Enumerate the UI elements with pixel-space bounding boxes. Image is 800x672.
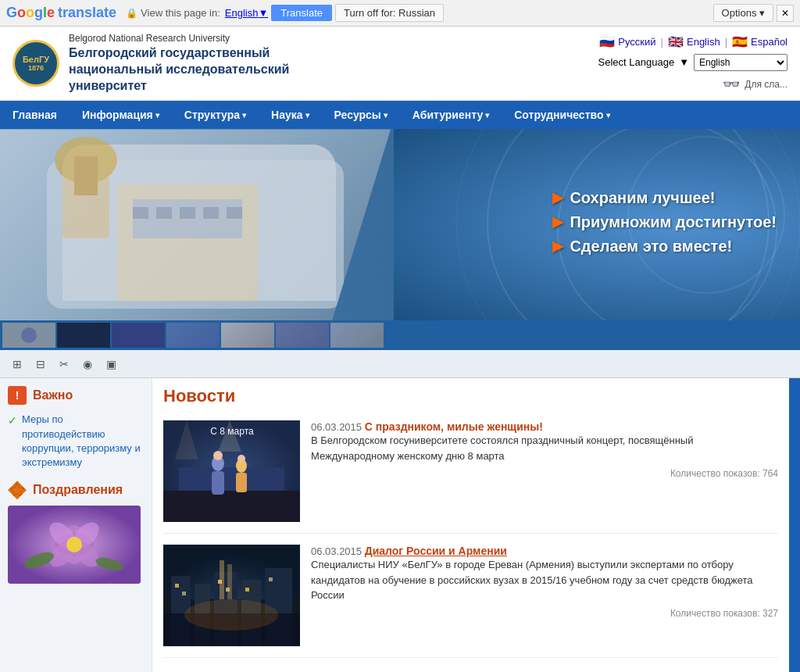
nav-item-applicants[interactable]: Абитуриенту ▾: [400, 101, 502, 129]
tool-bar: ⊞ ⊟ ✂ ◉ ▣: [0, 350, 800, 378]
svg-point-16: [21, 327, 37, 343]
nav-item-home[interactable]: Главная: [0, 101, 70, 129]
hero-line-2: ▶ Приумножим достигнутое!: [552, 213, 777, 231]
svg-point-38: [238, 455, 245, 463]
nav-item-science[interactable]: Наука ▾: [259, 101, 321, 129]
thumb-7[interactable]: [330, 323, 384, 348]
news-headline-link-2[interactable]: Диалог России и Армении: [365, 545, 507, 557]
university-header: БелГУ 1876 Belgorod National Research Un…: [0, 27, 800, 101]
hero-arrow-3: ▶: [552, 238, 563, 255]
thumb-2[interactable]: [57, 323, 110, 348]
news-content-2: 06.03.2015 Диалог России и Армении Диало…: [311, 545, 778, 646]
google-translate-logo: Google translate: [6, 5, 116, 21]
chevron-right-icon-3: ▾: [305, 111, 309, 120]
hero-text-block: ▶ Сохраним лучшее! ▶ Приумножим достигну…: [552, 188, 777, 261]
lock-icon: 🔒: [126, 8, 138, 19]
svg-rect-18: [112, 323, 165, 348]
chevron-right-icon-4: ▾: [384, 111, 388, 120]
news-image-1: С 8 марта: [163, 420, 300, 522]
thumb-3[interactable]: [112, 323, 165, 348]
glasses-icon: 👓: [723, 76, 740, 93]
building-svg: [0, 129, 383, 320]
nav-item-structure[interactable]: Структура ▾: [172, 101, 259, 129]
chevron-right-icon-6: ▾: [606, 111, 610, 120]
hero-line-1: ▶ Сохраним лучшее!: [552, 188, 777, 206]
russian-lang-link[interactable]: Русский: [618, 36, 655, 48]
spanish-flag-icon: 🇪🇸: [732, 34, 748, 49]
news-date-1: 06.03.2015 С праздником, милые женщины!: [311, 420, 778, 433]
news-views-1: Количество показов: 764: [311, 468, 778, 479]
main-content: ! Важно ✓ Меры по противодействию корруп…: [0, 378, 800, 672]
clipboard-icon[interactable]: ▣: [103, 356, 119, 372]
svg-point-58: [184, 599, 278, 631]
thumb-6[interactable]: [276, 323, 329, 348]
view-page-text: View this page in:: [141, 7, 220, 19]
accessibility-bar: 👓 Для сла...: [723, 76, 788, 93]
svg-rect-10: [74, 156, 98, 195]
chevron-right-icon-2: ▾: [242, 111, 246, 120]
select-language-container: Select Language ▼ English Русский Españo…: [598, 54, 788, 71]
translate-lang-link[interactable]: English▼: [225, 7, 269, 19]
english-lang-link[interactable]: English: [687, 36, 720, 48]
close-button[interactable]: ✕: [777, 5, 794, 22]
header-left: БелГУ 1876 Belgorod National Research Un…: [12, 33, 289, 94]
language-flags: 🇷🇺 Русский | 🇬🇧 English | 🇪🇸 Español: [599, 34, 788, 49]
sidebar-link-anticorruption[interactable]: ✓ Меры по противодействию коррупции, тер…: [8, 413, 144, 470]
svg-rect-7: [203, 207, 219, 219]
svg-text:С 8 марта: С 8 марта: [210, 426, 254, 437]
congrats-title: Поздравления: [33, 483, 123, 497]
language-select[interactable]: English Русский Español: [694, 54, 788, 71]
nav-item-info[interactable]: Информация ▾: [70, 101, 172, 129]
news-item-1: С 8 марта 06.03.2015 С праздником, милые…: [163, 420, 778, 534]
svg-rect-6: [180, 207, 195, 219]
options-button[interactable]: Options ▾: [713, 4, 773, 22]
news-section: Новости: [152, 378, 789, 672]
svg-rect-49: [175, 584, 179, 588]
svg-rect-50: [182, 592, 186, 595]
checkmark-icon: ✓: [8, 413, 17, 429]
grid-icon[interactable]: ⊞: [9, 356, 25, 372]
main-navigation: Главная Информация ▾ Структура ▾ Наука ▾…: [0, 101, 800, 129]
english-flag-icon: 🇬🇧: [668, 34, 684, 49]
news-title: Новости: [163, 386, 778, 409]
svg-rect-4: [133, 207, 148, 219]
right-sidebar-bar: [789, 378, 800, 672]
hero-line-3: ▶ Сделаем это вместе!: [552, 237, 777, 255]
congrats-icon: [8, 481, 27, 499]
hero-building-image: [0, 129, 391, 320]
chevron-right-icon-5: ▾: [485, 111, 489, 120]
hero-arrow-1: ▶: [552, 189, 563, 206]
thumb-5[interactable]: [221, 323, 274, 348]
svg-point-35: [213, 451, 223, 460]
sitemap-icon[interactable]: ⊟: [33, 356, 48, 372]
rss-icon[interactable]: ◉: [80, 356, 95, 372]
svg-rect-56: [220, 560, 224, 599]
turnoff-button[interactable]: Turn off for: Russian: [335, 4, 444, 22]
spanish-lang-link[interactable]: Español: [751, 36, 788, 48]
thumb-4[interactable]: [166, 323, 220, 348]
important-icon: !: [8, 386, 27, 405]
svg-point-27: [66, 537, 82, 552]
svg-rect-34: [212, 471, 224, 495]
nav-item-resources[interactable]: Ресурсы ▾: [322, 101, 400, 129]
svg-rect-8: [227, 207, 242, 219]
svg-rect-32: [163, 491, 300, 522]
tools-icon[interactable]: ✂: [56, 356, 72, 372]
google-translate-bar: Google translate 🔒 View this page in: En…: [0, 0, 800, 27]
translate-word: translate: [58, 5, 116, 21]
news-text-1: В Белгородском госуниверситете состоялся…: [311, 433, 778, 463]
university-name-russian: Белгородский государственный национальны…: [69, 45, 289, 94]
chevron-down-icon: ▼: [679, 56, 689, 68]
thumb-1[interactable]: [2, 323, 55, 348]
nav-item-cooperation[interactable]: Сотрудничество ▾: [502, 101, 622, 129]
svg-rect-54: [269, 577, 273, 581]
svg-rect-53: [245, 588, 249, 592]
sidebar-important-section: ! Важно: [8, 386, 144, 405]
select-language-label: Select Language: [598, 56, 675, 68]
accessibility-text: Для сла...: [745, 79, 788, 90]
google-logo-text: Google: [6, 5, 55, 21]
sidebar-congrats-section: Поздравления: [8, 481, 144, 499]
news-date-2: 06.03.2015 Диалог России и Армении: [311, 545, 778, 557]
translate-button[interactable]: Translate: [271, 5, 332, 21]
important-title: Важно: [33, 388, 73, 402]
